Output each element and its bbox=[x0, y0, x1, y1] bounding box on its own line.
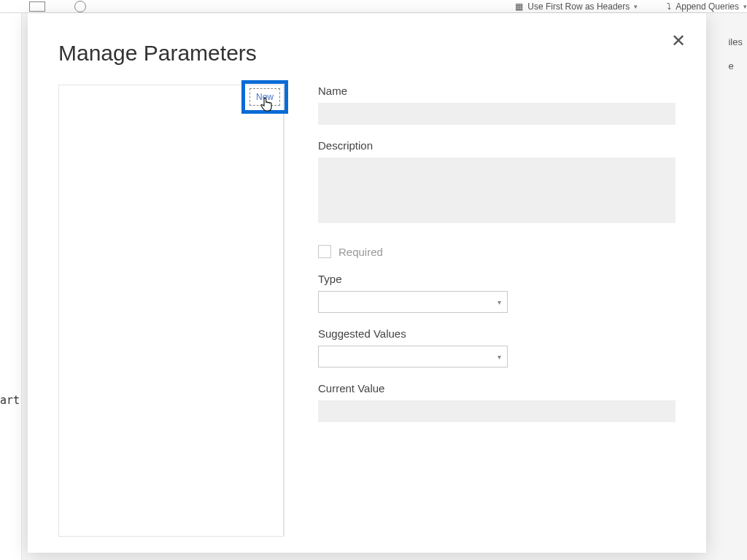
required-checkbox[interactable] bbox=[318, 245, 331, 258]
background-right-fragment: iles e bbox=[728, 36, 747, 71]
description-label: Description bbox=[318, 139, 676, 152]
parameter-list-pane: New bbox=[58, 85, 285, 537]
background-text-fragment: art bbox=[0, 394, 20, 407]
current-value-label: Current Value bbox=[318, 382, 676, 394]
suggested-values-select[interactable]: ▾ bbox=[318, 346, 508, 368]
parameter-list[interactable] bbox=[58, 85, 284, 537]
ribbon-label: Use First Row as Headers bbox=[527, 1, 630, 12]
type-select[interactable]: ▾ bbox=[318, 291, 508, 313]
current-value-input[interactable] bbox=[318, 400, 676, 422]
type-label: Type bbox=[318, 273, 676, 285]
chevron-down-icon: ▾ bbox=[498, 353, 501, 361]
dialog-title: Manage Parameters bbox=[58, 41, 676, 66]
ribbon-label: Append Queries bbox=[676, 1, 739, 12]
chevron-down-icon: ▾ bbox=[498, 298, 501, 306]
ribbon-generic-icon bbox=[74, 1, 86, 12]
name-input[interactable] bbox=[318, 103, 676, 125]
use-first-row-headers-button[interactable]: ▦ Use First Row as Headers ▾ bbox=[515, 1, 638, 12]
close-icon: ✕ bbox=[671, 31, 686, 51]
required-checkbox-row[interactable]: Required bbox=[318, 245, 676, 258]
table-icon: ▦ bbox=[515, 1, 523, 12]
name-label: Name bbox=[318, 85, 676, 97]
chevron-down-icon: ▾ bbox=[634, 3, 638, 10]
parameter-form: Name Description Required Type ▾ Suggest… bbox=[285, 85, 676, 537]
ribbon-bar: ▦ Use First Row as Headers ▾ ⤵ Append Qu… bbox=[0, 0, 747, 13]
dialog-body: New Name Description Required bbox=[58, 85, 676, 537]
new-button-label: New bbox=[256, 92, 274, 102]
required-label: Required bbox=[338, 246, 383, 258]
description-input[interactable] bbox=[318, 158, 676, 223]
ribbon-generic-icon bbox=[29, 1, 45, 12]
chevron-down-icon: ▾ bbox=[743, 3, 747, 10]
tutorial-highlight: New bbox=[241, 80, 288, 114]
close-button[interactable]: ✕ bbox=[668, 31, 689, 51]
manage-parameters-dialog: ✕ Manage Parameters New bbox=[28, 13, 706, 553]
new-parameter-button[interactable]: New bbox=[249, 88, 280, 106]
suggested-values-label: Suggested Values bbox=[318, 327, 676, 340]
left-gutter bbox=[0, 0, 22, 560]
append-queries-button[interactable]: ⤵ Append Queries ▾ bbox=[667, 1, 747, 12]
append-icon: ⤵ bbox=[667, 1, 671, 12]
